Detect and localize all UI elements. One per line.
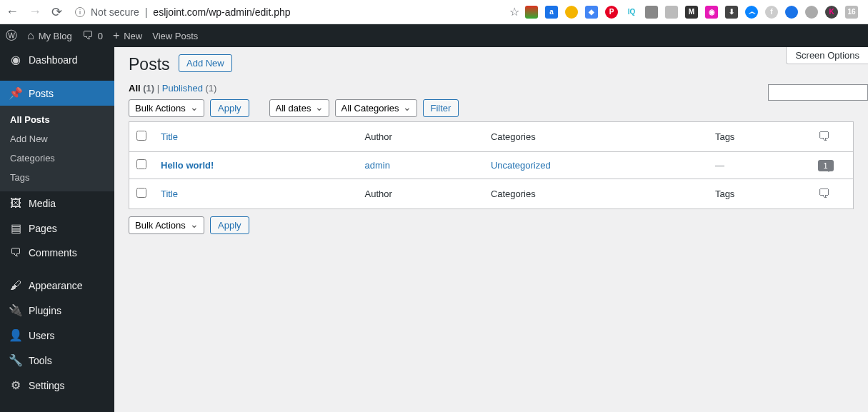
security-label: Not secure [91, 6, 139, 18]
comment-icon: 🗨 [818, 186, 831, 201]
sliders-icon: ⚙ [9, 378, 23, 392]
site-link[interactable]: ⌂My Blog [27, 29, 72, 42]
sidebar-label: Posts [29, 88, 54, 99]
address-bar[interactable]: i Not secure | esljoint.com/wp-admin/edi… [68, 6, 504, 18]
reload-icon[interactable]: ⟳ [51, 4, 62, 20]
filter-all[interactable]: All (1) [129, 83, 154, 94]
ext-icon[interactable]: IQ [625, 6, 638, 19]
apply-button[interactable]: Apply [210, 99, 249, 117]
sidebar-label: Settings [29, 380, 65, 391]
date-filter-select[interactable]: All dates [269, 99, 329, 117]
search-input[interactable] [768, 84, 868, 101]
sidebar-label: Users [29, 330, 55, 341]
sidebar-item-comments[interactable]: 🗨Comments [0, 241, 114, 265]
url-separator: | [145, 6, 148, 18]
table-footer-row: Title Author Categories Tags 🗨 [129, 179, 854, 209]
ext-icon[interactable]: a [545, 6, 558, 19]
col-title[interactable]: Title [161, 131, 178, 142]
sidebar-item-tools[interactable]: 🔧Tools [0, 348, 114, 373]
table-header-row: Title Author Categories Tags 🗨 [129, 122, 854, 152]
sidebar-item-dashboard[interactable]: ◉Dashboard [0, 47, 114, 72]
table-row: Hello world! admin Uncategorized — 1 [129, 152, 854, 179]
post-category-link[interactable]: Uncategorized [491, 160, 551, 171]
ext-icon[interactable]: ⬇ [725, 6, 738, 19]
sidebar-item-media[interactable]: 🖾Media [0, 191, 114, 216]
site-name: My Blog [39, 31, 72, 41]
ext-icon[interactable]: 16 [845, 6, 858, 19]
ext-icon[interactable]: M [685, 6, 698, 19]
page-icon: ▤ [9, 221, 23, 235]
row-checkbox[interactable] [136, 159, 146, 169]
submenu-all-posts[interactable]: All Posts [0, 110, 114, 129]
add-new-button[interactable]: Add New [179, 54, 232, 72]
comment-count-badge[interactable]: 1 [818, 160, 834, 171]
sidebar-label: Appearance [29, 280, 83, 291]
ext-icon[interactable]: f [765, 6, 778, 19]
sidebar-item-plugins[interactable]: 🔌Plugins [0, 298, 114, 323]
filter-button[interactable]: Filter [423, 99, 459, 117]
sidebar-item-users[interactable]: 👤Users [0, 323, 114, 348]
comment-icon: 🗨 [82, 29, 94, 42]
submenu-tags[interactable]: Tags [0, 168, 114, 187]
ext-icon[interactable] [665, 6, 678, 19]
comments-count: 0 [98, 31, 103, 41]
post-title-link[interactable]: Hello world! [161, 160, 214, 171]
view-posts-link[interactable]: View Posts [152, 31, 198, 41]
ext-icon[interactable]: K [825, 6, 838, 19]
plug-icon: 🔌 [9, 303, 23, 317]
ext-icon[interactable]: P [605, 6, 618, 19]
ext-icon[interactable]: ◉ [705, 6, 718, 19]
search-posts-box [768, 84, 868, 101]
ext-icon[interactable] [805, 6, 818, 19]
select-all-checkbox[interactable] [136, 188, 146, 198]
sidebar-item-appearance[interactable]: 🖌Appearance [0, 273, 114, 298]
wp-admin-bar: ⓦ ⌂My Blog 🗨0 +New View Posts [0, 24, 868, 47]
sidebar-label: Media [29, 198, 56, 209]
sidebar-item-settings[interactable]: ⚙Settings [0, 373, 114, 398]
ext-icon[interactable] [645, 6, 658, 19]
ext-icon[interactable] [525, 6, 538, 19]
apply-button[interactable]: Apply [210, 216, 249, 234]
comments-link[interactable]: 🗨0 [82, 29, 103, 42]
posts-submenu: All Posts Add New Categories Tags [0, 106, 114, 191]
col-tags: Tags [708, 179, 811, 209]
filter-published[interactable]: Published (1) [162, 83, 217, 94]
ext-icon[interactable] [565, 6, 578, 19]
tablenav-top: Bulk Actions Apply All dates All Categor… [129, 99, 854, 117]
sidebar-label: Pages [29, 223, 57, 234]
comment-icon: 🗨 [9, 246, 23, 259]
post-author-link[interactable]: admin [365, 160, 390, 171]
pin-icon: 📌 [9, 86, 23, 100]
sidebar-label: Dashboard [29, 54, 78, 66]
select-all-checkbox[interactable] [136, 131, 146, 141]
col-author: Author [358, 179, 484, 209]
col-title[interactable]: Title [161, 189, 178, 199]
bookmark-star-icon[interactable]: ☆ [509, 5, 519, 19]
sidebar-item-pages[interactable]: ▤Pages [0, 216, 114, 241]
view-posts-label: View Posts [152, 31, 198, 41]
browser-toolbar: ← → ⟳ i Not secure | esljoint.com/wp-adm… [0, 0, 868, 24]
user-icon: 👤 [9, 328, 23, 342]
media-icon: 🖾 [9, 197, 23, 210]
bulk-action-select[interactable]: Bulk Actions [129, 99, 204, 117]
sidebar-label: Tools [29, 355, 52, 366]
forward-icon[interactable]: → [29, 4, 41, 19]
plus-icon: + [113, 29, 119, 42]
back-icon[interactable]: ← [6, 4, 19, 19]
new-link[interactable]: +New [113, 29, 142, 42]
status-filters: All (1) | Published (1) [129, 83, 854, 94]
category-filter-select[interactable]: All Categories [335, 99, 417, 117]
ext-icon[interactable]: ◆ [585, 6, 598, 19]
ext-icon[interactable]: ෴ [745, 6, 758, 19]
sidebar-item-posts[interactable]: 📌Posts [0, 81, 114, 106]
submenu-categories[interactable]: Categories [0, 149, 114, 168]
bulk-action-select[interactable]: Bulk Actions [129, 216, 204, 234]
submenu-add-new[interactable]: Add New [0, 129, 114, 149]
info-icon[interactable]: i [75, 7, 85, 17]
wrench-icon: 🔧 [9, 353, 23, 367]
wp-logo-icon[interactable]: ⓦ [6, 29, 17, 44]
ext-icon[interactable] [785, 6, 798, 19]
admin-sidebar: ◉Dashboard 📌Posts All Posts Add New Cate… [0, 47, 114, 412]
screen-options-button[interactable]: Screen Options [786, 47, 868, 64]
posts-table: Title Author Categories Tags 🗨 Hello wor… [129, 121, 854, 209]
